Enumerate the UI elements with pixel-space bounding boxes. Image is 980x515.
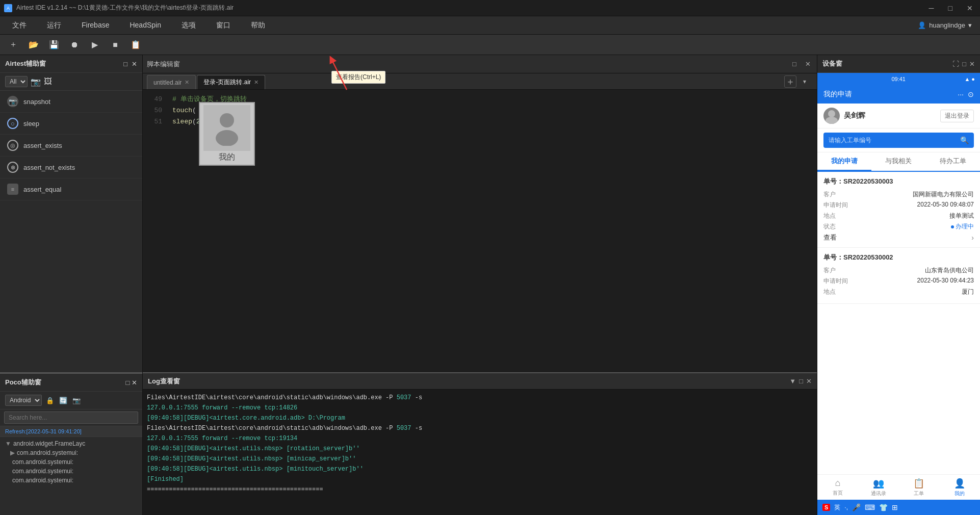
menu-options[interactable]: 选项 [177,19,200,32]
airtest-item-assert-exists[interactable]: ◎ assert_exists [0,135,142,157]
log-line-9: ========================================… [147,484,813,495]
contacts-label: 通讯录 [871,490,886,497]
log-minimize-btn[interactable]: □ [799,377,803,385]
code-editor[interactable]: 49 50 51 # 单击设备页，切换跳转 touch( ) sleep(2.0… [143,90,817,372]
airtest-filter-select[interactable]: All [5,76,28,87]
tree-item-framelayout[interactable]: ▼android.widget.FrameLayc [0,439,142,448]
device-close-btn[interactable]: ✕ [969,60,975,68]
poco-close-btn[interactable]: ✕ [132,379,137,387]
phone-logout-button[interactable]: 退出登录 [940,110,974,122]
svg-point-3 [828,110,835,117]
phone-user-info: 吴剑辉 退出登录 [817,104,980,128]
record-button[interactable]: ⏺ [67,38,82,52]
menu-window[interactable]: 窗口 [212,19,235,32]
sleep-icon: ○ [7,118,18,129]
phone-search-container[interactable]: 请输入工单编号 🔍 [823,133,974,148]
poco-capture-icon[interactable]: 📷 [71,395,82,405]
input-bar-lang[interactable]: 英 [834,503,840,512]
menu-run[interactable]: 运行 [43,19,65,32]
home-label: 首页 [833,490,843,497]
airtest-close-btn[interactable]: ✕ [132,60,137,68]
poco-refresh-icon[interactable]: 🔄 [58,395,68,405]
close-button[interactable]: ✕ [964,3,976,13]
input-bar-dots[interactable]: ·, [844,504,848,511]
assert-not-exists-icon: ⊗ [7,162,18,173]
input-bar-shirt[interactable]: 👕 [879,503,888,511]
menu-file[interactable]: 文件 [8,19,31,32]
airtest-item-sleep[interactable]: ○ sleep [0,113,142,135]
airtest-item-assert-not-exists[interactable]: ⊗ assert_not_exists [0,157,142,178]
menu-bar: 文件 运行 Firebase HeadSpin 选项 窗口 帮助 👤 huang… [0,16,980,35]
assert-exists-label: assert_exists [23,142,62,149]
phone-bottom-tab-contacts[interactable]: 👥 通讯录 [858,478,899,497]
input-bar-mic[interactable]: 🎤 [852,503,861,511]
phone-tab-related[interactable]: 与我相关 [871,152,925,171]
log-content: Files\AirtestIDE\airtest\core\android\st… [143,390,817,515]
phone-nav-more[interactable]: ··· [958,90,964,98]
title-bar-left: A Airtest IDE v1.2.14 ~~ D:\1黄灵德-工作文件夹\我… [4,4,234,12]
airtest-item-snapshot[interactable]: 📷 snapshot [0,91,142,113]
phone-bottom-tab-mine[interactable]: 👤 我的 [939,478,980,497]
tab-untitled[interactable]: untitled.air ✕ [147,75,196,89]
input-bar-grid[interactable]: ⊞ [892,503,898,511]
editor-minimize-btn[interactable]: □ [789,59,800,69]
airtest-header-buttons: □ ✕ [123,60,137,68]
airtest-img-import-btn[interactable]: 🖼 [44,77,52,86]
phone-tab-my-applications[interactable]: 我的申请 [817,152,871,171]
code-lines: # 单击设备页，切换跳转 touch( ) sleep(2.0) [168,94,817,127]
editor-tabs: untitled.air ✕ 登录-页面跳转.air ✕ ＋ ▾ 查看报告(Ct… [143,73,817,90]
phone-bottom-tab-home[interactable]: ⌂ 首页 [817,478,858,497]
new-button[interactable]: ＋ [6,38,20,52]
open-button[interactable]: 📂 [27,38,41,52]
tree-item-systemui-4[interactable]: com.android.systemui: [0,476,142,485]
status-dot-1 [951,225,954,228]
input-bar-logo: S [822,504,830,511]
tab-add-button[interactable]: ＋ [784,75,796,88]
run-button[interactable]: ▶ [88,38,102,52]
phone-bottom-tab-workorder[interactable]: 📋 工单 [899,478,940,497]
log-filter-btn[interactable]: ▼ [789,377,796,385]
device-minimize-btn[interactable]: □ [962,60,966,68]
menu-help[interactable]: 帮助 [247,19,269,32]
report-button[interactable]: 📋 [128,38,143,52]
person-svg [212,110,242,146]
minimize-button[interactable]: ─ [926,3,937,13]
user-dropdown-icon[interactable]: ▾ [968,21,972,29]
device-fullscreen-btn[interactable]: ⛶ [952,60,959,68]
stop-button[interactable]: ■ [108,38,122,52]
assert-equal-icon: ≡ [7,184,18,195]
menu-firebase[interactable]: Firebase [78,19,113,32]
phone-application-list: 单号：SR20220530003 客户 国网新疆电力有限公司 申请时间 2022… [817,172,980,474]
log-line-1: 127.0.0.1:7555 forward --remove tcp:1482… [147,403,813,413]
line-numbers: 49 50 51 [143,94,168,127]
poco-platform-select[interactable]: Android [5,395,42,406]
airtest-minimize-btn[interactable]: □ [123,60,127,68]
airtest-img-capture-btn[interactable]: 📷 [31,77,41,87]
tree-item-systemui-2[interactable]: com.android.systemui: [0,457,142,467]
phone-tab-pending[interactable]: 待办工单 [926,152,980,171]
app-arrow-1[interactable]: › [971,234,974,242]
menu-headspin[interactable]: HeadSpin [125,19,165,32]
tree-item-systemui-1[interactable]: ▶com.android.systemui: [0,448,142,457]
poco-header-buttons: □ ✕ [126,379,137,387]
phone-nav-settings[interactable]: ⊙ [968,90,974,98]
tab-login-close[interactable]: ✕ [254,79,259,86]
tab-untitled-close[interactable]: ✕ [185,79,189,86]
save-button[interactable]: 💾 [47,38,61,52]
airtest-panel-header: Airtest辅助窗 □ ✕ [0,55,142,73]
poco-minimize-btn[interactable]: □ [126,379,130,387]
tab-dropdown-button[interactable]: ▾ [798,75,811,88]
log-close-btn[interactable]: ✕ [806,377,812,385]
input-bar-keyboard[interactable]: ⌨ [865,503,875,511]
phone-user-avatar [823,108,840,124]
tab-login[interactable]: 登录-页面跳转.air ✕ [197,75,265,89]
poco-search-input[interactable] [4,411,138,424]
log-line-8: [Finished] [147,474,813,484]
tree-item-systemui-3[interactable]: com.android.systemui: [0,467,142,476]
title-bar: A Airtest IDE v1.2.14 ~~ D:\1黄灵德-工作文件夹\我… [0,0,980,16]
maximize-button[interactable]: □ [945,3,956,13]
airtest-item-assert-equal[interactable]: ≡ assert_equal [0,178,142,200]
poco-lock-icon[interactable]: 🔒 [45,395,55,405]
center-panel: 脚本编辑窗 □ ✕ untitled.air ✕ 登录-页面跳转.air ✕ ＋… [143,55,817,515]
editor-close-btn[interactable]: ✕ [803,59,813,69]
